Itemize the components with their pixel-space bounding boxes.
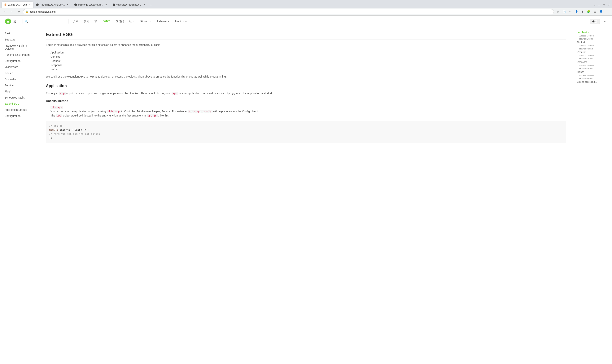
search-input[interactable] xyxy=(29,20,66,23)
tab-3-close[interactable]: ✕ xyxy=(104,3,108,6)
tab-4-title: examples/HackerNews.js at m... xyxy=(116,3,141,6)
sidebar-item-middleware[interactable]: Middleware xyxy=(0,64,38,70)
toc-how-to-extend-4[interactable]: How to Extend xyxy=(577,67,609,70)
language-button[interactable]: 中文 xyxy=(590,19,600,24)
forward-button[interactable]: → xyxy=(9,9,14,14)
sidebar-item-router[interactable]: Router xyxy=(0,70,38,76)
reload-button[interactable]: ↻ xyxy=(16,9,21,14)
sidebar-item-basic[interactable]: Basic xyxy=(0,30,38,37)
tab-3[interactable]: ⚫ eggjs/egg-static: static serv... ✕ xyxy=(72,1,110,8)
logo-icon: E xyxy=(5,18,12,25)
profile-icon[interactable]: 👤 xyxy=(574,9,579,14)
tab-4-favicon: ⚫ xyxy=(112,3,115,6)
toc-access-method-5[interactable]: Access Method xyxy=(577,74,609,77)
toolbar-icons: A̅ 📄 ☆ 👤 ⬇ 🧩 ▤ 👤 ⋮ xyxy=(555,9,610,14)
translate-icon[interactable]: A̅ xyxy=(555,9,561,14)
sidebar-item-app-startup[interactable]: Application Startup xyxy=(0,107,38,113)
toc-context[interactable]: Context xyxy=(577,40,609,44)
tab-3-title: eggjs/egg-static: static serv... xyxy=(78,3,103,6)
page-title: Extend EGG xyxy=(46,32,566,40)
toc-access-method-4[interactable]: Access Method xyxy=(577,64,609,67)
logo-text: 蛋 xyxy=(13,19,16,24)
nav-he[interactable]: 核 xyxy=(95,19,97,24)
tab-dropdown-button[interactable]: ⌄ xyxy=(593,3,597,7)
intro-text: Egg.js is extensible and it provides mul… xyxy=(46,43,566,47)
sidebar-item-service[interactable]: Service xyxy=(0,82,38,88)
lock-icon: 🔒 xyxy=(26,10,28,13)
access-bullet-ctx-app: ctx.app xyxy=(51,105,566,109)
sidebar-item-plugin[interactable]: Plugin xyxy=(0,88,38,94)
new-tab-button[interactable]: + xyxy=(148,2,153,8)
tab-3-favicon: ⚫ xyxy=(74,3,77,6)
reader-icon[interactable]: 📄 xyxy=(561,9,567,14)
bullet-request: Request xyxy=(51,59,566,63)
nav-github[interactable]: GitHub ↗ xyxy=(140,19,151,24)
star-icon[interactable]: ☆ xyxy=(568,9,573,14)
application-section-title: Application xyxy=(46,84,566,88)
tab-1-close[interactable]: ✕ xyxy=(28,3,31,6)
nav-jibende[interactable]: 基本的 xyxy=(102,19,111,24)
nav-jieshao[interactable]: 介绍 xyxy=(73,19,78,24)
code-line-module: module.exports = (app) => { xyxy=(49,128,563,132)
sidebar-item-framework-objects[interactable]: Framework Built-in Objects xyxy=(0,43,38,52)
sidebar-toggle-icon[interactable]: ▤ xyxy=(592,9,598,14)
toc-extend-according[interactable]: Extend according ... xyxy=(577,80,609,84)
menu-icon[interactable]: ⋮ xyxy=(604,9,610,14)
download-icon[interactable]: ⬇ xyxy=(580,9,585,14)
tab-1[interactable]: 🥚 Extend EGG - Egg ✕ xyxy=(1,1,33,8)
sidebar-item-runtime-env[interactable]: Runtime Environment xyxy=(0,52,38,58)
minimize-button[interactable]: ─ xyxy=(598,3,601,7)
access-bullet-appjs: The app object would be injected into th… xyxy=(51,113,566,118)
tab-2[interactable]: ⚫ HackerNews/API: Documenta... ✕ xyxy=(33,1,72,8)
svg-text:E: E xyxy=(7,20,9,23)
restore-button[interactable]: □ xyxy=(602,3,606,7)
sidebar-item-configuration-1[interactable]: Configuration xyxy=(0,58,38,64)
toc-access-method-1[interactable]: Access Method xyxy=(577,34,609,37)
nav-shequ[interactable]: 社区 xyxy=(129,19,135,24)
toc-access-method-2[interactable]: Access Method xyxy=(577,44,609,47)
access-bullet-list: ctx.app You can access the Application o… xyxy=(46,105,566,118)
toc-how-to-extend-1[interactable]: How to Extend xyxy=(577,37,609,40)
tab-2-close[interactable]: ✕ xyxy=(66,3,69,6)
code-app-3: app xyxy=(56,114,62,117)
nav-plugins[interactable]: Plugins ↗ xyxy=(175,19,187,24)
bullet-application: Application xyxy=(51,51,566,55)
right-sidebar: Application Access Method How to Extend … xyxy=(574,27,612,364)
tab-4[interactable]: ⚫ examples/HackerNews.js at m... ✕ xyxy=(110,1,148,8)
toc-how-to-extend-2[interactable]: How to extend xyxy=(577,47,609,50)
toc-response[interactable]: Response xyxy=(577,60,609,64)
bullet-response: Response xyxy=(51,63,566,67)
code-app-1: app xyxy=(59,92,65,95)
close-window-button[interactable]: ✕ xyxy=(607,3,611,7)
back-button[interactable]: ← xyxy=(2,9,8,14)
toc-request[interactable]: Request xyxy=(577,50,609,54)
extensions-icon[interactable]: 🧩 xyxy=(586,9,591,14)
nav-xianjinde[interactable]: 先进的 xyxy=(116,19,124,24)
nav-release[interactable]: Release ↗ xyxy=(157,19,169,24)
toc-access-method-3[interactable]: Access Method xyxy=(577,54,609,57)
url-bar[interactable]: 🔒 eggjs.org/basics/extend xyxy=(23,9,554,14)
sidebar-item-configuration-2[interactable]: Configuration xyxy=(0,113,38,119)
content-layout: Basic Structure Framework Built-in Objec… xyxy=(0,27,612,364)
sidebar-item-controller[interactable]: Controller xyxy=(0,76,38,82)
access-bullet-this-app: You can access the Application object by… xyxy=(51,109,566,113)
theme-button[interactable]: ☀ xyxy=(602,19,607,24)
logo-area[interactable]: E 蛋 xyxy=(5,18,16,25)
sidebar-item-scheduled-tasks[interactable]: Scheduled Tasks xyxy=(0,94,38,101)
avatar-icon[interactable]: 👤 xyxy=(598,9,604,14)
tab-controls: ⌄ ─ □ ✕ xyxy=(593,3,611,8)
toc-how-to-extend-3[interactable]: How to Extend xyxy=(577,57,609,60)
tab-bar: 🥚 Extend EGG - Egg ✕ ⚫ HackerNews/API: D… xyxy=(0,0,612,8)
nav-jiaocheng[interactable]: 教程 xyxy=(84,19,89,24)
left-sidebar: Basic Structure Framework Built-in Objec… xyxy=(0,27,38,364)
sidebar-item-extend-egg[interactable]: Extend EGG xyxy=(0,101,38,107)
toc-application[interactable]: Application xyxy=(577,30,609,34)
sidebar-item-structure[interactable]: Structure xyxy=(0,37,38,43)
toc-helper[interactable]: Helper xyxy=(577,70,609,74)
search-bar[interactable]: 🔍 xyxy=(23,19,69,24)
browser-chrome: 🥚 Extend EGG - Egg ✕ ⚫ HackerNews/API: D… xyxy=(0,0,612,16)
code-appjs: app.js xyxy=(147,114,158,117)
toc-how-to-extend-5[interactable]: How to Extend xyxy=(577,77,609,80)
bullet-list: Application Context Request Response Hel… xyxy=(46,51,566,71)
tab-4-close[interactable]: ✕ xyxy=(143,3,146,6)
